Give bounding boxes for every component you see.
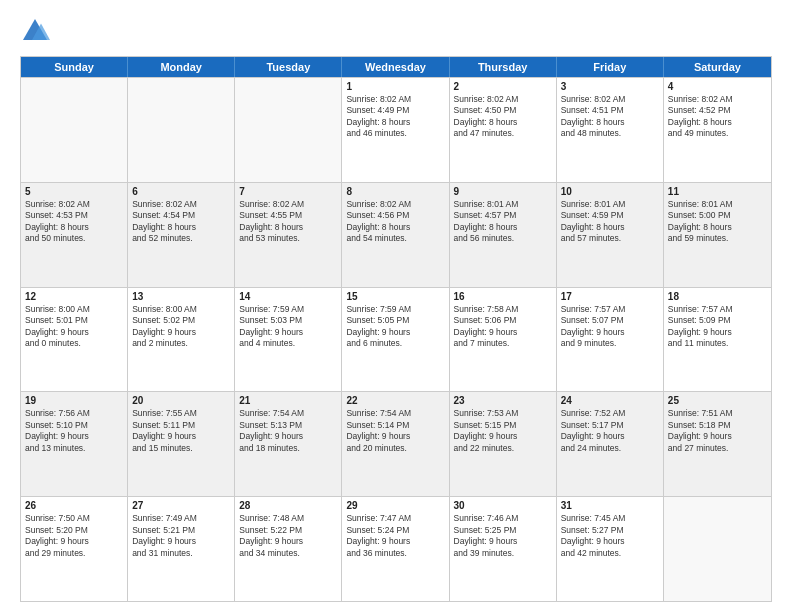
cell-info: Sunrise: 8:00 AMSunset: 5:02 PMDaylight:… — [132, 304, 230, 350]
cal-cell: 24Sunrise: 7:52 AMSunset: 5:17 PMDayligh… — [557, 392, 664, 496]
cal-cell — [235, 78, 342, 182]
cal-cell: 16Sunrise: 7:58 AMSunset: 5:06 PMDayligh… — [450, 288, 557, 392]
day-number: 16 — [454, 291, 552, 302]
cell-info: Sunrise: 8:02 AMSunset: 4:52 PMDaylight:… — [668, 94, 767, 140]
day-number: 4 — [668, 81, 767, 92]
cell-info: Sunrise: 8:01 AMSunset: 4:59 PMDaylight:… — [561, 199, 659, 245]
cal-cell: 9Sunrise: 8:01 AMSunset: 4:57 PMDaylight… — [450, 183, 557, 287]
day-number: 3 — [561, 81, 659, 92]
day-number: 31 — [561, 500, 659, 511]
cal-cell: 13Sunrise: 8:00 AMSunset: 5:02 PMDayligh… — [128, 288, 235, 392]
cal-cell: 11Sunrise: 8:01 AMSunset: 5:00 PMDayligh… — [664, 183, 771, 287]
calendar-body: 1Sunrise: 8:02 AMSunset: 4:49 PMDaylight… — [21, 77, 771, 601]
day-number: 11 — [668, 186, 767, 197]
day-number: 6 — [132, 186, 230, 197]
cal-cell: 26Sunrise: 7:50 AMSunset: 5:20 PMDayligh… — [21, 497, 128, 601]
day-number: 19 — [25, 395, 123, 406]
week-row-5: 26Sunrise: 7:50 AMSunset: 5:20 PMDayligh… — [21, 496, 771, 601]
day-number: 10 — [561, 186, 659, 197]
cell-info: Sunrise: 7:52 AMSunset: 5:17 PMDaylight:… — [561, 408, 659, 454]
day-number: 30 — [454, 500, 552, 511]
day-number: 21 — [239, 395, 337, 406]
cell-info: Sunrise: 7:55 AMSunset: 5:11 PMDaylight:… — [132, 408, 230, 454]
day-number: 1 — [346, 81, 444, 92]
header — [20, 16, 772, 46]
header-day-thursday: Thursday — [450, 57, 557, 77]
cal-cell: 31Sunrise: 7:45 AMSunset: 5:27 PMDayligh… — [557, 497, 664, 601]
day-number: 15 — [346, 291, 444, 302]
day-number: 14 — [239, 291, 337, 302]
day-number: 5 — [25, 186, 123, 197]
cell-info: Sunrise: 7:53 AMSunset: 5:15 PMDaylight:… — [454, 408, 552, 454]
cal-cell: 27Sunrise: 7:49 AMSunset: 5:21 PMDayligh… — [128, 497, 235, 601]
header-day-friday: Friday — [557, 57, 664, 77]
cell-info: Sunrise: 8:02 AMSunset: 4:51 PMDaylight:… — [561, 94, 659, 140]
week-row-3: 12Sunrise: 8:00 AMSunset: 5:01 PMDayligh… — [21, 287, 771, 392]
cal-cell — [128, 78, 235, 182]
cell-info: Sunrise: 8:02 AMSunset: 4:49 PMDaylight:… — [346, 94, 444, 140]
cell-info: Sunrise: 7:56 AMSunset: 5:10 PMDaylight:… — [25, 408, 123, 454]
cal-cell: 6Sunrise: 8:02 AMSunset: 4:54 PMDaylight… — [128, 183, 235, 287]
cal-cell: 8Sunrise: 8:02 AMSunset: 4:56 PMDaylight… — [342, 183, 449, 287]
cal-cell: 7Sunrise: 8:02 AMSunset: 4:55 PMDaylight… — [235, 183, 342, 287]
cell-info: Sunrise: 7:57 AMSunset: 5:09 PMDaylight:… — [668, 304, 767, 350]
header-day-wednesday: Wednesday — [342, 57, 449, 77]
header-day-monday: Monday — [128, 57, 235, 77]
cell-info: Sunrise: 7:49 AMSunset: 5:21 PMDaylight:… — [132, 513, 230, 559]
logo — [20, 16, 54, 46]
cal-cell: 18Sunrise: 7:57 AMSunset: 5:09 PMDayligh… — [664, 288, 771, 392]
day-number: 23 — [454, 395, 552, 406]
calendar-header: SundayMondayTuesdayWednesdayThursdayFrid… — [21, 57, 771, 77]
cal-cell: 17Sunrise: 7:57 AMSunset: 5:07 PMDayligh… — [557, 288, 664, 392]
calendar: SundayMondayTuesdayWednesdayThursdayFrid… — [20, 56, 772, 602]
week-row-2: 5Sunrise: 8:02 AMSunset: 4:53 PMDaylight… — [21, 182, 771, 287]
cal-cell: 29Sunrise: 7:47 AMSunset: 5:24 PMDayligh… — [342, 497, 449, 601]
day-number: 29 — [346, 500, 444, 511]
day-number: 13 — [132, 291, 230, 302]
day-number: 9 — [454, 186, 552, 197]
day-number: 8 — [346, 186, 444, 197]
cal-cell: 25Sunrise: 7:51 AMSunset: 5:18 PMDayligh… — [664, 392, 771, 496]
week-row-1: 1Sunrise: 8:02 AMSunset: 4:49 PMDaylight… — [21, 77, 771, 182]
cell-info: Sunrise: 8:02 AMSunset: 4:53 PMDaylight:… — [25, 199, 123, 245]
page: SundayMondayTuesdayWednesdayThursdayFrid… — [0, 0, 792, 612]
cell-info: Sunrise: 7:48 AMSunset: 5:22 PMDaylight:… — [239, 513, 337, 559]
cal-cell: 4Sunrise: 8:02 AMSunset: 4:52 PMDaylight… — [664, 78, 771, 182]
cell-info: Sunrise: 7:54 AMSunset: 5:14 PMDaylight:… — [346, 408, 444, 454]
cal-cell: 19Sunrise: 7:56 AMSunset: 5:10 PMDayligh… — [21, 392, 128, 496]
day-number: 2 — [454, 81, 552, 92]
cal-cell: 2Sunrise: 8:02 AMSunset: 4:50 PMDaylight… — [450, 78, 557, 182]
cal-cell: 30Sunrise: 7:46 AMSunset: 5:25 PMDayligh… — [450, 497, 557, 601]
cal-cell — [664, 497, 771, 601]
cell-info: Sunrise: 7:50 AMSunset: 5:20 PMDaylight:… — [25, 513, 123, 559]
day-number: 27 — [132, 500, 230, 511]
cal-cell: 21Sunrise: 7:54 AMSunset: 5:13 PMDayligh… — [235, 392, 342, 496]
day-number: 18 — [668, 291, 767, 302]
cell-info: Sunrise: 8:02 AMSunset: 4:54 PMDaylight:… — [132, 199, 230, 245]
cal-cell: 14Sunrise: 7:59 AMSunset: 5:03 PMDayligh… — [235, 288, 342, 392]
cal-cell: 10Sunrise: 8:01 AMSunset: 4:59 PMDayligh… — [557, 183, 664, 287]
day-number: 17 — [561, 291, 659, 302]
day-number: 25 — [668, 395, 767, 406]
day-number: 7 — [239, 186, 337, 197]
header-day-sunday: Sunday — [21, 57, 128, 77]
day-number: 26 — [25, 500, 123, 511]
cell-info: Sunrise: 7:45 AMSunset: 5:27 PMDaylight:… — [561, 513, 659, 559]
header-day-saturday: Saturday — [664, 57, 771, 77]
cell-info: Sunrise: 7:46 AMSunset: 5:25 PMDaylight:… — [454, 513, 552, 559]
cell-info: Sunrise: 8:02 AMSunset: 4:56 PMDaylight:… — [346, 199, 444, 245]
cell-info: Sunrise: 7:58 AMSunset: 5:06 PMDaylight:… — [454, 304, 552, 350]
cell-info: Sunrise: 8:01 AMSunset: 4:57 PMDaylight:… — [454, 199, 552, 245]
cell-info: Sunrise: 8:01 AMSunset: 5:00 PMDaylight:… — [668, 199, 767, 245]
cal-cell: 22Sunrise: 7:54 AMSunset: 5:14 PMDayligh… — [342, 392, 449, 496]
cell-info: Sunrise: 8:00 AMSunset: 5:01 PMDaylight:… — [25, 304, 123, 350]
logo-icon — [20, 16, 50, 46]
day-number: 22 — [346, 395, 444, 406]
cell-info: Sunrise: 7:57 AMSunset: 5:07 PMDaylight:… — [561, 304, 659, 350]
header-day-tuesday: Tuesday — [235, 57, 342, 77]
cell-info: Sunrise: 7:59 AMSunset: 5:05 PMDaylight:… — [346, 304, 444, 350]
cell-info: Sunrise: 7:59 AMSunset: 5:03 PMDaylight:… — [239, 304, 337, 350]
cal-cell: 20Sunrise: 7:55 AMSunset: 5:11 PMDayligh… — [128, 392, 235, 496]
day-number: 20 — [132, 395, 230, 406]
cal-cell: 15Sunrise: 7:59 AMSunset: 5:05 PMDayligh… — [342, 288, 449, 392]
